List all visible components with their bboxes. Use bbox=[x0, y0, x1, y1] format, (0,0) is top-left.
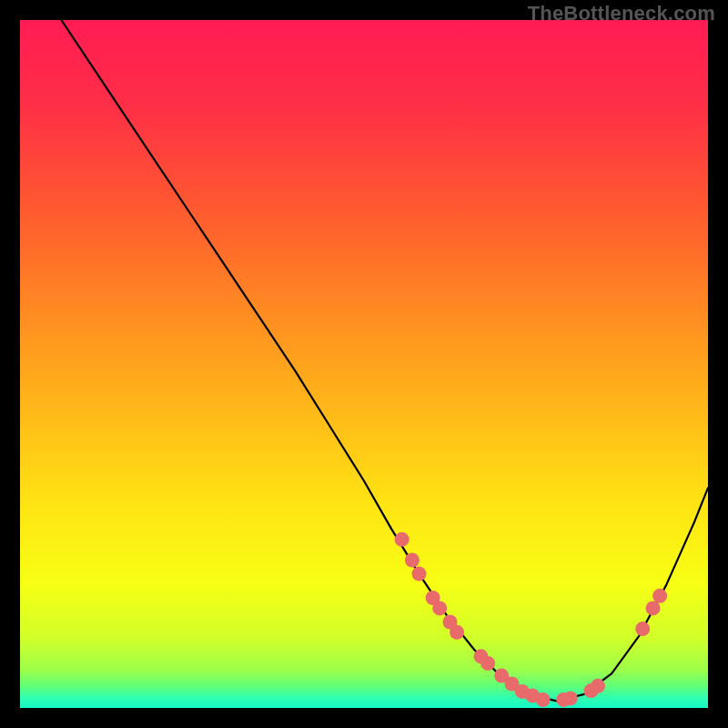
highlight-marker bbox=[405, 553, 420, 568]
highlight-marker bbox=[591, 679, 605, 693]
chart-frame bbox=[20, 20, 708, 708]
highlight-marker bbox=[412, 567, 427, 581]
highlight-marker bbox=[480, 656, 495, 671]
highlight-marker bbox=[450, 625, 464, 640]
highlight-marker bbox=[652, 589, 667, 603]
highlight-marker bbox=[635, 622, 650, 636]
curve-line bbox=[61, 20, 708, 701]
chart-svg bbox=[20, 20, 708, 708]
highlight-marker bbox=[395, 532, 410, 547]
highlight-marker bbox=[432, 601, 447, 615]
plot-area bbox=[20, 20, 708, 708]
highlight-marker bbox=[536, 693, 551, 707]
highlight-marker bbox=[646, 601, 661, 615]
highlight-marker bbox=[563, 691, 578, 705]
